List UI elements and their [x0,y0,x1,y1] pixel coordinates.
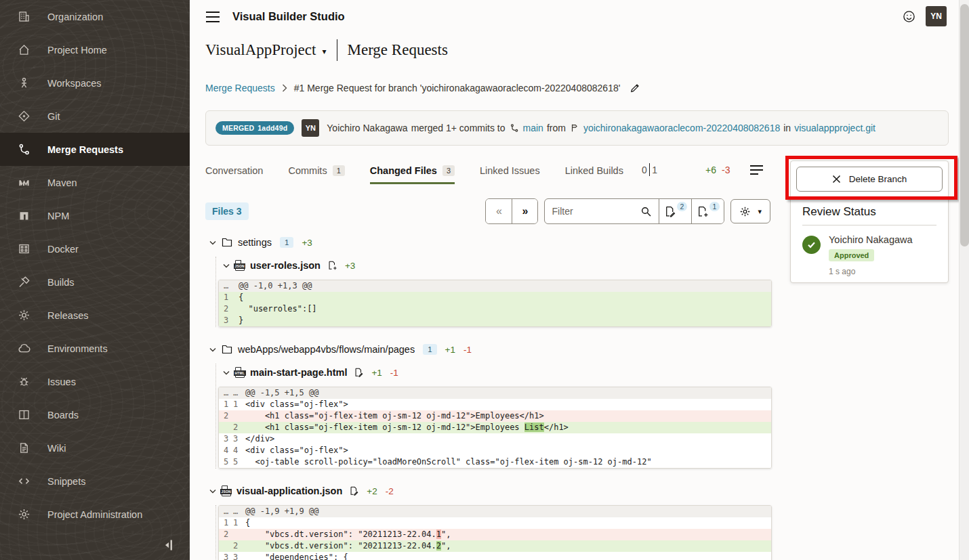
diff-hunk-header: …@@ -1,0 +1,3 @@ [219,280,771,292]
source-branch-link[interactable]: yoichironakagawaoraclecom-20220408082618 [583,123,780,133]
folder-row-settings[interactable]: settings 1 +3 [205,234,770,251]
sidebar-item-wiki[interactable]: Wiki [0,431,190,465]
diff-settings-button[interactable]: ▾ [730,199,770,223]
tab-changed-files[interactable]: Changed Files3 [370,156,455,185]
file-row-visual-application[interactable]: JSON visual-application.json +2 -2 [205,482,770,500]
sidebar-item-label: Issues [47,376,76,387]
page-title-row: VisualAppProject ▾ Merge Requests [205,39,959,61]
builds-icon [17,276,30,289]
reviewer-row: Yoichiro Nakagawa Approved 1 s ago [802,234,936,276]
sidebar-item-label: Environments [47,343,108,354]
html-file-icon: HTML [235,367,245,378]
sidebar-item-organization[interactable]: Organization [0,0,190,33]
sidebar-item-project-home[interactable]: Project Home [0,33,190,66]
filter-input[interactable] [552,206,640,217]
expand-all-button[interactable]: » [512,199,537,223]
tab-linked-builds[interactable]: Linked Builds [565,156,623,185]
sidebar-item-workspaces[interactable]: Workspaces [0,66,190,100]
sidebar-item-label: Wiki [47,443,66,454]
review-timestamp: 1 s ago [829,267,913,276]
diff-block-user-roles: …@@ -1,0 +1,3 @@ 1{ 2 "userroles":[] 3} [218,280,772,327]
banner-text: Yoichiro Nakagawa merged 1+ commits to m… [327,123,875,133]
chevron-down-icon: ▾ [758,207,762,216]
sidebar-item-project-administration[interactable]: Project Administration [0,498,190,531]
folder-deletions: -1 [463,345,472,355]
text-cursor [649,163,651,176]
sidebar-item-label: Maven [47,177,77,188]
git-icon [17,110,30,123]
workspaces-icon [17,77,30,90]
docker-icon [17,242,30,256]
sidebar-item-npm[interactable]: NPM [0,199,190,232]
sidebar-collapse-button[interactable] [159,537,175,553]
merge-requests-icon [17,143,30,156]
npm-icon [17,209,30,223]
gear-icon [17,508,30,521]
file-additions: +3 [345,261,355,271]
approved-status-badge: Approved [829,249,874,261]
repo-link[interactable]: visualappproject.git [794,123,875,133]
sidebar-item-environments[interactable]: Environments [0,332,190,365]
review-status-title: Review Status [802,205,936,219]
sidebar-item-docker[interactable]: Docker [0,232,190,265]
sidebar-item-label: Organization [47,12,103,22]
tab-conversation[interactable]: Conversation [205,156,263,185]
target-branch-link[interactable]: main [523,123,543,133]
scrollbar-thumb[interactable] [960,4,969,246]
user-avatar[interactable]: YN [926,6,947,26]
page-scrollbar [959,0,969,560]
folder-additions: +1 [445,345,455,355]
added-files-filter-button[interactable]: 1 [691,199,724,223]
review-status-section: Review Status Yoichiro Nakagawa Approved… [791,197,948,276]
folder-icon [222,345,232,355]
organization-icon [17,10,30,24]
file-deletions: -2 [386,486,394,496]
sidebar-item-issues[interactable]: Issues [0,365,190,398]
project-switcher[interactable]: VisualAppProject ▾ [205,41,326,59]
sidebar-item-maven[interactable]: Maven [0,166,190,199]
sidebar-item-merge-requests[interactable]: Merge Requests [0,133,190,166]
side-panel: Delete Branch Review Status Yoichiro Nak… [790,160,949,283]
hamburger-menu-icon[interactable] [205,11,220,23]
releases-icon [17,309,30,322]
wiki-icon [17,441,30,455]
added-count-badge: 1 [709,202,720,211]
diff-view-options-icon[interactable] [749,164,764,176]
diff-line: 2 "vbcs.dt.version": "20211213-22.04.1", [219,529,771,540]
merge-status-banner: MERGED1add49d YN Yoichiro Nakagawa merge… [205,110,949,146]
file-deletions: -1 [390,368,398,378]
sidebar-item-builds[interactable]: Builds [0,265,190,299]
breadcrumb: Merge Requests #1 Merge Request for bran… [205,83,959,93]
diff-line: 2 "vbcs.dt.version": "20211213-22.04.2", [219,540,771,552]
sidebar-item-label: Builds [47,277,75,288]
diff-line: 33</div> [219,433,771,445]
sidebar: Organization Project Home Workspaces Git… [0,0,190,560]
feedback-smiley-icon[interactable] [903,10,915,23]
edit-pencil-icon[interactable] [630,83,640,93]
reviewer-name: Yoichiro Nakagawa [829,234,913,245]
sidebar-item-boards[interactable]: Boards [0,398,190,431]
sidebar-item-git[interactable]: Git [0,100,190,133]
diff-line: 55 <oj-table scroll-policy="loadMoreOnSc… [219,456,771,468]
delete-branch-button[interactable]: Delete Branch [796,167,943,192]
files-count-label: Files 3 [205,202,249,220]
sidebar-item-label: Project Administration [47,509,142,520]
file-row-main-start-page[interactable]: HTML main-start-page.html +1 -1 [216,364,770,381]
sidebar-item-snippets[interactable]: Snippets [0,465,190,498]
sidebar-item-label: Git [47,111,60,122]
folder-row-webapps[interactable]: webApps/webapp4vbs/flows/main/pages 1 +1… [205,341,770,358]
sidebar-item-releases[interactable]: Releases [0,299,190,332]
main-area: Visual Builder Studio YN VisualAppProjec… [190,0,959,560]
gear-icon [739,206,751,217]
modified-files-filter-button[interactable]: 2 [659,199,691,223]
tab-commits[interactable]: Commits1 [288,156,344,185]
files-toolbar: Files 3 « » 2 [205,198,770,224]
diff-line: 11<div class="oj-flex"> [219,399,771,410]
breadcrumb-merge-requests-link[interactable]: Merge Requests [205,83,275,93]
collapse-all-button[interactable]: « [486,199,512,223]
file-row-user-roles[interactable]: JSON user-roles.json +3 [216,257,770,274]
approved-check-icon [802,236,821,254]
sidebar-item-label: Workspaces [47,78,102,89]
diff-line: 11{ [219,517,771,529]
tab-linked-issues[interactable]: Linked Issues [480,156,540,185]
